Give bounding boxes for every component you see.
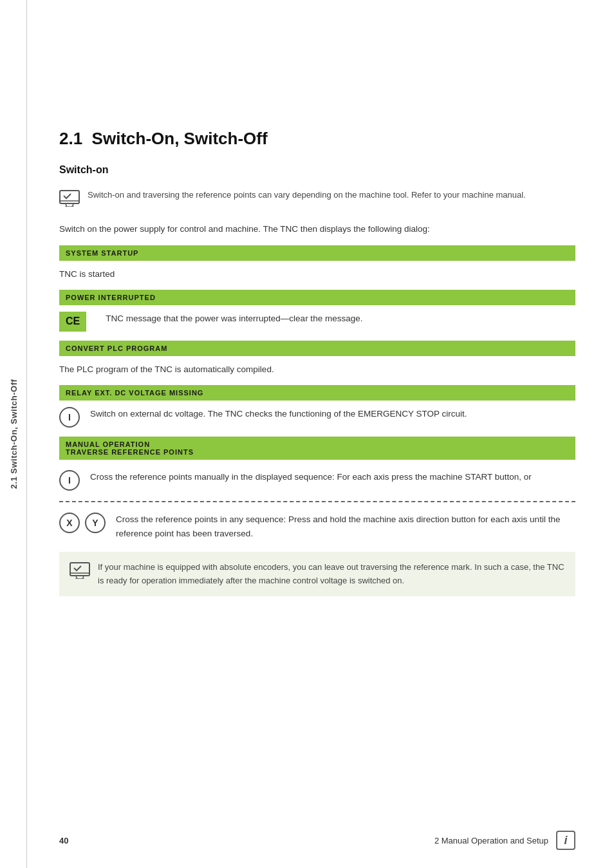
- relay-ext-bar: RELAY EXT. DC VOLTAGE MISSING: [59, 385, 575, 401]
- footer: 40 2 Manual Operation and Setup i: [27, 831, 614, 850]
- x-circle-button[interactable]: X: [59, 513, 80, 533]
- convert-plc-bar: CONVERT PLC PROGRAM: [59, 341, 575, 356]
- body-text-1: Switch on the power supply for control a…: [59, 222, 575, 236]
- svg-rect-5: [70, 563, 89, 576]
- xy-row: X Y Cross the reference points in any se…: [59, 513, 575, 540]
- i-circle-button-traverse[interactable]: I: [59, 470, 80, 491]
- traverse-i-description: Cross the reference points manually in t…: [90, 470, 532, 484]
- monitor-icon-2: [70, 562, 90, 579]
- relay-i-row: I Switch on external dc voltage. The TNC…: [59, 407, 575, 428]
- traverse-i-row: I Cross the reference points manually in…: [59, 470, 575, 491]
- info-box-2: If your machine is equipped with absolut…: [59, 552, 575, 596]
- section-heading: Switch-on: [59, 164, 575, 176]
- page-number: 40: [59, 836, 68, 845]
- ce-row: CE TNC message that the power was interr…: [59, 312, 575, 331]
- tnc-started-text: TNC is started: [59, 267, 575, 281]
- chapter-title: 2.1 Switch-On, Switch-Off: [59, 129, 575, 149]
- i-circle-button-relay[interactable]: I: [59, 407, 80, 428]
- sidebar: 2.1 Switch-On, Switch-Off: [0, 0, 27, 868]
- xy-icons: X Y: [59, 513, 106, 533]
- manual-op-bar: MANUAL OPERATION TRAVERSE REFERENCE POIN…: [59, 437, 575, 460]
- main-content: 2.1 Switch-On, Switch-Off Switch-on Swit…: [27, 0, 614, 868]
- power-interrupted-bar: POWER INTERRUPTED: [59, 290, 575, 305]
- note2-text: If your machine is equipped with absolut…: [98, 561, 565, 587]
- y-circle-button[interactable]: Y: [85, 513, 106, 533]
- ce-description: TNC message that the power was interrupt…: [106, 312, 362, 326]
- info-icon: i: [556, 831, 575, 850]
- ce-button[interactable]: CE: [59, 312, 86, 331]
- sidebar-label: 2.1 Switch-On, Switch-Off: [8, 379, 18, 489]
- dashed-divider: [59, 501, 575, 502]
- plc-auto-text: The PLC program of the TNC is automatica…: [59, 363, 575, 377]
- xy-description: Cross the reference points in any sequen…: [116, 513, 575, 540]
- note-box-1: Switch-on and traversing the reference p…: [59, 185, 575, 211]
- page-container: 2.1 Switch-On, Switch-Off 2.1 Switch-On,…: [0, 0, 614, 868]
- relay-description: Switch on external dc voltage. The TNC c…: [90, 407, 467, 421]
- note1-text: Switch-on and traversing the reference p…: [88, 189, 526, 202]
- system-startup-bar: SYSTEM STARTUP: [59, 245, 575, 261]
- svg-rect-0: [60, 191, 79, 203]
- footer-chapter-text: 2 Manual Operation and Setup: [434, 836, 548, 845]
- monitor-icon: [59, 190, 80, 207]
